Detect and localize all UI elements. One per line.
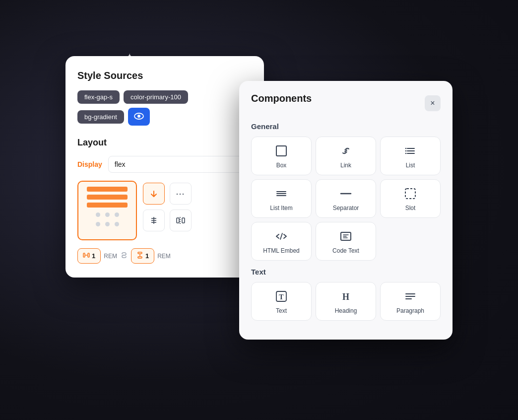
separator-icon xyxy=(339,187,353,201)
row-gap-value: 1 xyxy=(145,252,149,260)
flex-dots-row-1 xyxy=(96,212,119,217)
flex-dot xyxy=(115,222,119,226)
layout-section-title: Layout xyxy=(77,138,252,148)
text-icon: T xyxy=(274,289,288,303)
close-button[interactable]: × xyxy=(425,95,441,111)
svg-line-27 xyxy=(280,233,282,239)
flex-line-2 xyxy=(87,195,128,200)
paragraph-icon xyxy=(403,289,417,303)
svg-point-1 xyxy=(137,115,140,118)
component-link[interactable]: Link xyxy=(316,137,376,175)
distribute-btn[interactable] xyxy=(170,210,192,231)
link-label: Link xyxy=(340,162,351,169)
svg-rect-6 xyxy=(177,218,179,223)
flex-dots-row-2 xyxy=(96,222,119,226)
slot-icon xyxy=(403,187,417,201)
code-text-label: Code Text xyxy=(332,247,359,254)
display-label: Display xyxy=(77,160,102,168)
style-tag-bg-gradient[interactable]: bg-gradient xyxy=(77,110,124,124)
style-tag-flex-gap[interactable]: flex-gap-s xyxy=(77,90,120,104)
layout-controls: ⋯ xyxy=(77,181,252,240)
eye-icon xyxy=(134,112,144,122)
component-list-item[interactable]: List Item xyxy=(251,179,312,218)
spacing-row: 1 REM xyxy=(77,248,252,264)
component-list[interactable]: List xyxy=(380,137,441,175)
svg-rect-10 xyxy=(88,253,89,257)
slot-label: Slot xyxy=(405,205,416,211)
code-text-icon xyxy=(339,229,353,243)
style-sources-panel: Style Sources flex-gap-s color-primary-1… xyxy=(65,56,264,278)
component-heading[interactable]: H Heading xyxy=(316,282,376,321)
display-row: Display flex xyxy=(77,156,252,173)
row-gap-icon xyxy=(136,252,143,260)
style-tag-color-primary[interactable]: color-primary-100 xyxy=(124,90,188,104)
display-select[interactable]: flex xyxy=(108,156,252,173)
text-components-grid: T Text H Heading xyxy=(251,282,441,321)
flex-dot xyxy=(105,222,110,226)
flex-line-1 xyxy=(87,187,128,192)
component-paragraph[interactable]: Paragraph xyxy=(380,282,441,321)
component-separator[interactable]: Separator xyxy=(316,179,376,218)
svg-rect-7 xyxy=(182,218,185,223)
paragraph-label: Paragraph xyxy=(396,307,424,314)
grid-dots-icon: ⋯ xyxy=(176,188,186,199)
html-embed-icon xyxy=(274,229,288,243)
layout-section: Layout Display flex xyxy=(77,138,252,264)
row-gap-unit: REM xyxy=(157,253,171,260)
grid-dots-btn[interactable]: ⋯ xyxy=(170,183,192,205)
component-html-embed[interactable]: HTML Embed xyxy=(251,222,312,261)
box-label: Box xyxy=(276,162,287,169)
component-slot[interactable]: Slot xyxy=(380,179,441,218)
col-gap-btn[interactable]: 1 xyxy=(77,248,101,264)
direction-down-btn[interactable] xyxy=(143,183,165,205)
flex-dot xyxy=(96,222,100,226)
list-label: List xyxy=(406,162,415,169)
close-icon: × xyxy=(430,99,435,108)
list-icon xyxy=(403,144,417,158)
general-section-title: General xyxy=(251,122,441,131)
ctrl-row-2 xyxy=(143,210,192,231)
link-icon xyxy=(120,251,128,261)
display-value: flex xyxy=(115,160,126,168)
heading-icon: H xyxy=(339,289,353,303)
flex-visualizer[interactable] xyxy=(77,181,137,240)
align-center-btn[interactable] xyxy=(143,210,165,231)
separator-label: Separator xyxy=(333,205,359,211)
flex-dot xyxy=(115,212,119,217)
row-gap-btn[interactable]: 1 xyxy=(131,248,154,264)
col-gap-value: 1 xyxy=(92,252,95,260)
components-panel: Components × General Box xyxy=(239,81,453,340)
text-label: Text xyxy=(276,307,287,314)
svg-rect-13 xyxy=(138,257,142,258)
text-section-title: Text xyxy=(251,268,441,276)
component-box[interactable]: Box xyxy=(251,137,312,175)
flex-line-3 xyxy=(87,203,128,208)
list-item-label: List Item xyxy=(270,205,292,211)
style-tag-bg-row: bg-gradient xyxy=(77,108,150,126)
col-gap-unit: REM xyxy=(104,253,117,260)
svg-rect-12 xyxy=(138,252,142,254)
ctrl-row-1: ⋯ xyxy=(143,183,192,205)
svg-text:H: H xyxy=(342,292,349,302)
flex-dot xyxy=(105,212,110,217)
box-icon xyxy=(274,144,288,158)
component-code-text[interactable]: Code Text xyxy=(316,222,376,261)
style-sources-title: Style Sources xyxy=(77,70,252,81)
html-embed-label: HTML Embed xyxy=(263,247,300,254)
svg-rect-26 xyxy=(405,189,415,199)
svg-text:T: T xyxy=(279,293,284,301)
components-panel-header: Components × xyxy=(251,93,441,113)
flex-dot xyxy=(96,212,100,217)
svg-rect-15 xyxy=(276,146,286,156)
heading-label: Heading xyxy=(335,307,357,314)
eye-button[interactable] xyxy=(128,108,150,126)
layout-side-controls: ⋯ xyxy=(143,183,192,231)
link-icon xyxy=(339,144,353,158)
col-gap-icon xyxy=(83,252,90,260)
general-components-grid: Box Link xyxy=(251,137,441,261)
component-text[interactable]: T Text xyxy=(251,282,312,321)
list-item-icon xyxy=(274,187,288,201)
svg-rect-9 xyxy=(83,253,85,257)
style-tags-container: flex-gap-s color-primary-100 bg-gradient xyxy=(77,90,252,126)
components-panel-title: Components xyxy=(251,93,312,104)
